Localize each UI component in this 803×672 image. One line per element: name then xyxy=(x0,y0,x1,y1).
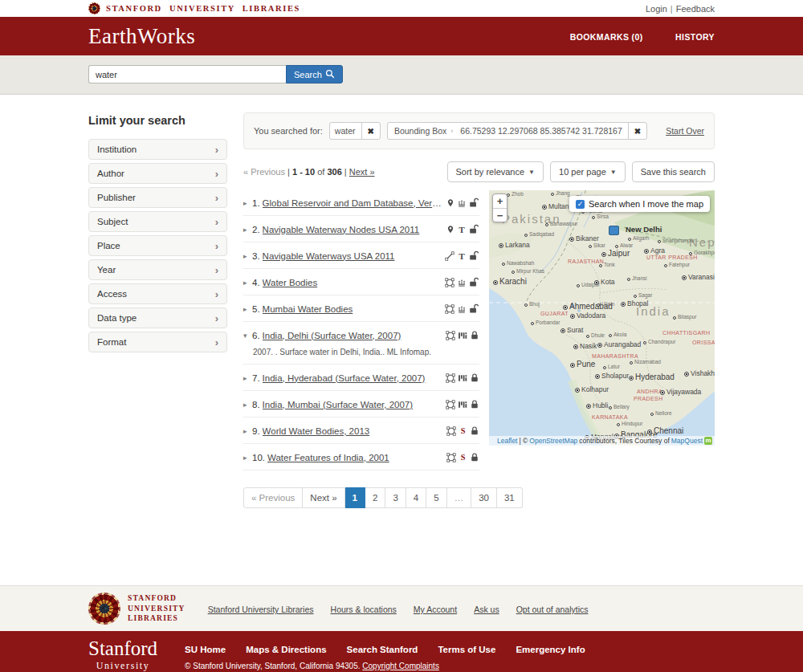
leaflet-link[interactable]: Leaflet xyxy=(497,437,518,445)
collapse-caret-icon[interactable]: ▾ xyxy=(243,332,252,340)
footer-link-hours-locations[interactable]: Hours & locations xyxy=(331,605,397,614)
town-marker-icon xyxy=(524,303,528,307)
town-marker-icon xyxy=(592,216,595,219)
openstreetmap-link[interactable]: OpenStreetMap xyxy=(529,437,577,445)
result-title-link[interactable]: Global Reservoir and Dam Database, Versi… xyxy=(263,198,442,208)
expand-caret-icon[interactable]: ▸ xyxy=(243,454,252,462)
subfooter-link-su-home[interactable]: SU Home xyxy=(185,645,226,654)
page-4[interactable]: 4 xyxy=(406,487,426,508)
mapquest-link[interactable]: MapQuest xyxy=(671,437,703,445)
result-title-link[interactable]: World Water Bodies, 2013 xyxy=(263,426,442,436)
subfooter-link-search-stanford[interactable]: Search Stanford xyxy=(347,645,418,654)
city-marker-icon xyxy=(570,314,575,319)
result-title-link[interactable]: India, Delhi (Surface Water, 2007) xyxy=(263,331,441,340)
expand-caret-icon[interactable]: ▸ xyxy=(243,199,252,207)
svg-text:T: T xyxy=(459,225,465,234)
town-marker-icon xyxy=(630,361,633,365)
expand-caret-icon[interactable]: ▸ xyxy=(243,427,252,435)
zoom-out-button[interactable]: − xyxy=(493,208,507,222)
results-map[interactable]: + − ✓ Search when I move the map Leaflet… xyxy=(489,190,715,446)
map-label-porbandar: Porbandar xyxy=(531,320,560,326)
expand-caret-icon[interactable]: ▸ xyxy=(243,305,252,313)
search-icon xyxy=(325,69,335,80)
town-marker-icon xyxy=(673,316,676,320)
expand-caret-icon[interactable]: ▸ xyxy=(243,374,252,382)
page-ellipsis: … xyxy=(447,487,472,508)
city-marker-icon xyxy=(573,344,578,349)
tufts-t-icon: T xyxy=(457,250,467,261)
login-link[interactable]: Login xyxy=(646,4,667,14)
lock-icon xyxy=(470,399,479,409)
save-search-button[interactable]: Save this search xyxy=(632,161,715,182)
footer-link-opt-out-of-analytics[interactable]: Opt out of analytics xyxy=(516,605,589,614)
remove-filter-button[interactable]: ✖ xyxy=(628,123,646,139)
result-item: ▸4.Water Bodies xyxy=(243,269,479,295)
facet-subject[interactable]: Subject› xyxy=(88,211,227,232)
sort-dropdown-button[interactable]: Sort by relevance▼ xyxy=(447,161,544,182)
page-30[interactable]: 30 xyxy=(471,487,497,508)
result-title-link[interactable]: Water Bodies xyxy=(263,278,440,287)
result-title-link[interactable]: India, Mumbai (Surface Water, 2007) xyxy=(263,400,441,409)
town-marker-icon xyxy=(589,245,592,248)
footer-link-stanford-university-libraries[interactable]: Stanford University Libraries xyxy=(208,605,314,614)
remove-filter-button[interactable]: ✖ xyxy=(361,123,380,139)
page-2[interactable]: 2 xyxy=(365,487,385,508)
expand-caret-icon[interactable]: ▸ xyxy=(243,401,252,409)
facet-author[interactable]: Author› xyxy=(88,163,227,184)
map-label-bhopal: Bhopal xyxy=(621,300,648,307)
facet-sidebar: Limit your search Institution›Author›Pub… xyxy=(88,112,227,508)
facet-format[interactable]: Format› xyxy=(88,332,227,352)
caret-down-icon: ▼ xyxy=(610,169,617,176)
town-marker-icon xyxy=(650,413,654,416)
chevron-right-icon: › xyxy=(448,127,455,135)
start-over-link[interactable]: Start Over xyxy=(666,126,704,136)
result-title-link[interactable]: Navigable Waterways USA 2011 xyxy=(263,251,440,261)
subfooter-link-terms-of-use[interactable]: Terms of Use xyxy=(438,645,495,654)
earthworks-logo-link[interactable]: EarthWorks xyxy=(88,24,195,49)
subfooter-link-maps-directions[interactable]: Maps & Directions xyxy=(246,645,326,654)
result-icons: S xyxy=(446,452,479,462)
copyright-complaints-link[interactable]: Copyright Complaints xyxy=(362,662,439,670)
expand-caret-icon[interactable]: ▸ xyxy=(243,252,252,260)
map-label-nawabshah: Nawabshah xyxy=(502,261,534,267)
expand-caret-icon[interactable]: ▸ xyxy=(243,226,252,234)
bookmarks-link[interactable]: BOOKMARKS (0) xyxy=(570,32,643,42)
page-31[interactable]: 31 xyxy=(497,487,523,508)
search-band: Search xyxy=(0,55,803,95)
footer-link-my-account[interactable]: My Account xyxy=(414,605,457,614)
subfooter-link-emergency-info[interactable]: Emergency Info xyxy=(516,645,585,654)
result-title-link[interactable]: Water Features of India, 2001 xyxy=(267,453,442,462)
page-5[interactable]: 5 xyxy=(426,487,446,508)
facet-year[interactable]: Year› xyxy=(88,259,227,280)
result-title-link[interactable]: India, Hyderabad (Surface Water, 2007) xyxy=(263,373,441,383)
search-on-move-control[interactable]: ✓ Search when I move the map xyxy=(569,196,710,212)
map-label-sirsa: Sirsa xyxy=(592,214,609,220)
bounding-box-marker[interactable] xyxy=(609,226,619,235)
facet-place[interactable]: Place› xyxy=(88,235,227,256)
facet-institution[interactable]: Institution› xyxy=(88,139,227,160)
search-input[interactable] xyxy=(88,65,286,83)
feedback-link[interactable]: Feedback xyxy=(676,4,715,14)
history-link[interactable]: HISTORY xyxy=(675,32,715,42)
facet-access[interactable]: Access› xyxy=(88,283,227,304)
facet-label: Access xyxy=(97,289,127,299)
checkbox-checked-icon[interactable]: ✓ xyxy=(576,200,585,209)
stanford-libraries-brand-link[interactable]: STANFORD UNIVERSITY LIBRARIES xyxy=(106,4,300,13)
lock-icon xyxy=(470,330,479,340)
map-label-bhuj: Bhuj xyxy=(524,302,540,307)
per-page-dropdown-button[interactable]: 10 per page▼ xyxy=(550,161,626,182)
city-marker-icon xyxy=(563,305,568,310)
footer-link-ask-us[interactable]: Ask us xyxy=(474,605,499,614)
expand-caret-icon[interactable]: ▸ xyxy=(243,279,252,287)
facet-publisher[interactable]: Publisher› xyxy=(88,187,227,208)
map-label-surat: Surat xyxy=(560,327,583,334)
page-next[interactable]: Next » xyxy=(303,487,344,508)
facet-data-type[interactable]: Data type› xyxy=(88,307,227,328)
result-title-link[interactable]: Navigable Waterway Nodes USA 2011 xyxy=(263,225,442,234)
page-3[interactable]: 3 xyxy=(385,487,406,508)
result-title-link[interactable]: Mumbai Water Bodies xyxy=(263,304,440,314)
page-1[interactable]: 1 xyxy=(345,487,365,508)
zoom-in-button[interactable]: + xyxy=(493,194,507,208)
next-link-top[interactable]: Next » xyxy=(349,167,375,177)
search-button[interactable]: Search xyxy=(286,65,343,83)
